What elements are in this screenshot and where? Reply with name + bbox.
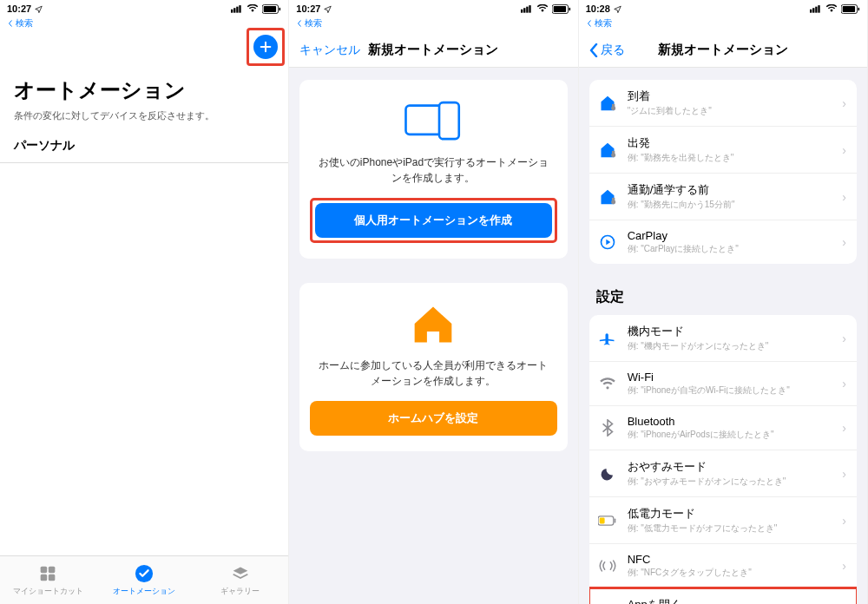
row-wifi[interactable]: Wi-Fi例: "iPhoneが自宅のWi-Fiに接続したとき" › bbox=[589, 362, 857, 406]
nfc-icon bbox=[598, 556, 617, 575]
arrive-icon bbox=[598, 94, 617, 113]
status-icons bbox=[810, 4, 860, 14]
leave-icon bbox=[598, 141, 617, 160]
setup-home-hub-button[interactable]: ホームハブを設定 bbox=[310, 401, 556, 436]
row-subtitle: 例: "おやすみモードがオンになったとき" bbox=[628, 476, 832, 488]
section-personal: パーソナル bbox=[14, 138, 274, 162]
search-back[interactable]: 検索 bbox=[579, 17, 867, 33]
svg-rect-12 bbox=[521, 10, 523, 13]
add-automation-button[interactable] bbox=[253, 35, 278, 59]
svg-rect-10 bbox=[49, 574, 56, 581]
chevron-right-icon: › bbox=[842, 96, 846, 110]
row-subtitle: 例: "勤務先に向かう15分前" bbox=[628, 199, 832, 211]
row-subtitle: 例: "NFCタグをタップしたとき" bbox=[628, 567, 832, 579]
svg-rect-24 bbox=[818, 5, 819, 13]
tab-gallery[interactable]: ギャラリー bbox=[193, 556, 289, 604]
create-personal-automation-button[interactable]: 個人用オートメーションを作成 bbox=[315, 203, 551, 238]
row-subtitle: 例: "低電力モードがオフになったとき" bbox=[628, 522, 832, 535]
chevron-right-icon: › bbox=[842, 377, 846, 391]
tab-label: オートメーション bbox=[113, 586, 175, 597]
row-airplane-mode[interactable]: 機内モード例: "機内モードがオンになったとき" › bbox=[589, 315, 857, 362]
search-label: 検索 bbox=[595, 17, 612, 30]
location-icon bbox=[324, 5, 332, 13]
search-back[interactable]: 検索 bbox=[289, 17, 577, 33]
search-back[interactable]: 検索 bbox=[0, 17, 288, 33]
status-bar: 10:28 bbox=[579, 0, 867, 17]
row-bluetooth[interactable]: Bluetooth例: "iPhoneがAirPodsに接続したとき" › bbox=[589, 406, 857, 450]
row-do-not-disturb[interactable]: おやすみモード例: "おやすみモードがオンになったとき" › bbox=[589, 450, 857, 497]
svg-rect-14 bbox=[526, 7, 528, 13]
tab-my-shortcuts[interactable]: マイショートカット bbox=[0, 556, 96, 604]
chevron-left-icon bbox=[589, 43, 598, 57]
svg-rect-33 bbox=[612, 197, 615, 200]
home-icon bbox=[310, 304, 556, 345]
svg-rect-9 bbox=[41, 574, 48, 581]
row-title: 通勤/通学する前 bbox=[628, 182, 832, 198]
chevron-right-icon: › bbox=[842, 467, 846, 481]
row-before-commute[interactable]: 通勤/通学する前例: "勤務先に向かう15分前" › bbox=[589, 174, 857, 220]
trigger-scroll[interactable]: 到着"ジムに到着したとき" › 出発例: "勤務先を出発したとき" › 通勤/通… bbox=[579, 68, 867, 604]
svg-rect-8 bbox=[49, 566, 56, 573]
row-open-app[interactable]: Appを開く例: ""天気"を開いたとき" › bbox=[589, 588, 857, 604]
grid-icon bbox=[38, 564, 57, 583]
screen1-body: オートメーション 条件の変化に対してデバイスを反応させます。 パーソナル bbox=[0, 68, 288, 172]
status-icons bbox=[521, 4, 571, 14]
row-subtitle: 例: "CarPlayに接続したとき" bbox=[628, 243, 832, 255]
commute-icon bbox=[598, 187, 617, 207]
screen-new-automation-triggers: 10:28 検索 戻る 新規オートメーション 到着"ジムに到着したとき" › bbox=[579, 0, 868, 604]
page-title: オートメーション bbox=[14, 76, 274, 104]
row-nfc[interactable]: NFC例: "NFCタグをタップしたとき" › bbox=[589, 544, 857, 588]
row-carplay[interactable]: CarPlay例: "CarPlayに接続したとき" › bbox=[589, 220, 857, 264]
tab-label: マイショートカット bbox=[13, 586, 83, 597]
svg-rect-1 bbox=[233, 8, 235, 12]
row-low-power[interactable]: 低電力モード例: "低電力モードがオフになったとき" › bbox=[589, 497, 857, 544]
row-title: NFC bbox=[628, 553, 832, 566]
row-title: おやすみモード bbox=[628, 459, 832, 475]
moon-icon bbox=[598, 464, 617, 483]
status-time: 10:27 bbox=[7, 3, 31, 14]
nav-bar: 戻る 新規オートメーション bbox=[579, 33, 867, 68]
svg-rect-21 bbox=[810, 10, 812, 13]
battery-icon bbox=[598, 511, 617, 530]
highlight-plus bbox=[247, 28, 285, 66]
svg-rect-31 bbox=[612, 150, 615, 153]
svg-rect-26 bbox=[843, 6, 855, 12]
status-icons bbox=[231, 4, 281, 14]
svg-rect-17 bbox=[553, 6, 565, 12]
carplay-icon bbox=[598, 233, 617, 252]
divider bbox=[0, 162, 288, 163]
svg-rect-23 bbox=[815, 7, 817, 13]
chevron-right-icon: › bbox=[842, 235, 846, 249]
svg-rect-27 bbox=[858, 7, 859, 10]
search-label: 検索 bbox=[16, 17, 33, 30]
row-title: Wi-Fi bbox=[628, 371, 832, 384]
screen-new-automation-type: 10:27 検索 キャンセル 新規オートメーション お使いのiPhoneやiPa… bbox=[289, 0, 578, 604]
settings-group: 機内モード例: "機内モードがオンになったとき" › Wi-Fi例: "iPho… bbox=[589, 315, 857, 604]
layers-icon bbox=[231, 564, 250, 583]
cancel-button[interactable]: キャンセル bbox=[299, 43, 360, 58]
row-title: 出発 bbox=[628, 135, 832, 151]
status-bar: 10:27 bbox=[289, 0, 577, 17]
location-group: 到着"ジムに到着したとき" › 出発例: "勤務先を出発したとき" › 通勤/通… bbox=[589, 80, 857, 264]
row-subtitle: 例: "iPhoneがAirPodsに接続したとき" bbox=[628, 429, 832, 441]
svg-rect-36 bbox=[599, 517, 604, 523]
nav-bar bbox=[0, 33, 288, 68]
svg-rect-18 bbox=[569, 7, 570, 10]
svg-rect-5 bbox=[264, 6, 276, 12]
bluetooth-icon bbox=[598, 418, 617, 437]
chevron-right-icon: › bbox=[842, 514, 846, 528]
check-circle-icon bbox=[135, 564, 154, 583]
back-button[interactable]: 戻る bbox=[589, 43, 625, 58]
settings-section-header: 設定 bbox=[579, 285, 867, 315]
tab-automation[interactable]: オートメーション bbox=[96, 556, 193, 604]
chevron-right-icon: › bbox=[842, 190, 846, 204]
chevron-right-icon: › bbox=[842, 421, 846, 435]
svg-rect-15 bbox=[529, 5, 530, 13]
highlight-personal-btn: 個人用オートメーションを作成 bbox=[310, 198, 556, 243]
row-arrive[interactable]: 到着"ジムに到着したとき" › bbox=[589, 80, 857, 127]
wifi-icon bbox=[598, 374, 617, 393]
row-title: Bluetooth bbox=[628, 415, 832, 428]
row-leave[interactable]: 出発例: "勤務先を出発したとき" › bbox=[589, 127, 857, 174]
svg-rect-22 bbox=[812, 8, 814, 12]
status-time: 10:27 bbox=[296, 3, 320, 14]
